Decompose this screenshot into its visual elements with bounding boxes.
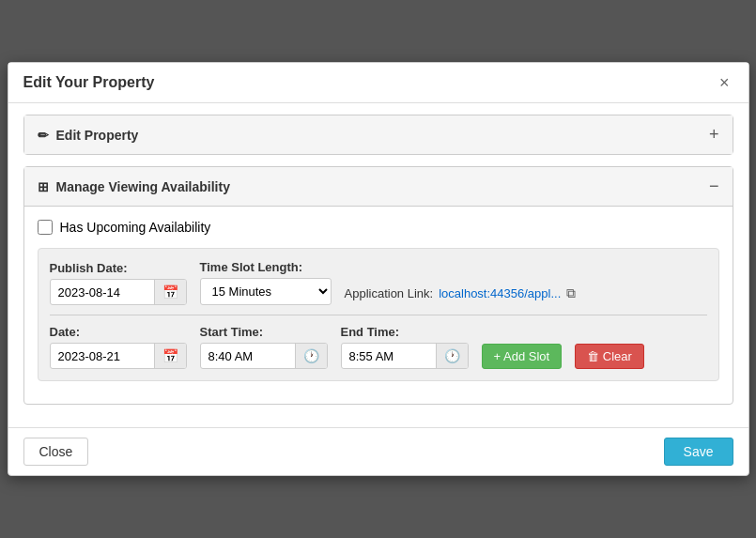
publish-date-calendar-button[interactable]: 📅: [154, 280, 186, 304]
clear-button[interactable]: 🗑 Clear: [575, 344, 644, 369]
trash-icon: 🗑: [587, 349, 599, 363]
end-time-clock-button[interactable]: 🕐: [436, 344, 468, 368]
slot-date-input[interactable]: [51, 345, 154, 368]
top-form-row: Publish Date: 📅 Time Slot: [50, 260, 707, 305]
publish-date-input-wrapper: 📅: [50, 279, 187, 305]
start-clock-icon: 🕐: [303, 348, 319, 363]
has-upcoming-availability-label: Has Upcoming Availability: [60, 220, 211, 235]
app-link-anchor[interactable]: localhost:44356/appl...: [439, 286, 561, 300]
save-button[interactable]: Save: [664, 438, 733, 466]
modal-close-button[interactable]: ×: [716, 74, 733, 91]
app-link-label: Application Link:: [345, 286, 434, 300]
clear-label: Clear: [603, 349, 632, 363]
edit-property-toggle[interactable]: +: [709, 125, 719, 145]
calendar-grid-icon: ⊞: [38, 179, 49, 194]
slot-date-label: Date:: [50, 325, 187, 339]
slot-date-input-wrapper: 📅: [50, 343, 187, 369]
time-slot-length-label: Time Slot Length:: [200, 260, 332, 274]
start-time-clock-button[interactable]: 🕐: [295, 344, 327, 368]
close-button[interactable]: Close: [23, 438, 89, 466]
slot-form-row: Date: 📅 Start Time:: [50, 325, 707, 369]
app-link-wrapper: Application Link: localhost:44356/appl..…: [345, 285, 577, 301]
publish-date-input[interactable]: [51, 281, 154, 304]
edit-property-header[interactable]: ✏ Edit Property +: [24, 115, 733, 154]
form-divider: [50, 315, 707, 315]
edit-property-panel: ✏ Edit Property +: [23, 115, 733, 155]
app-link-group: Application Link: localhost:44356/appl..…: [345, 285, 577, 305]
modal-body: ✏ Edit Property + ⊞ Manage Viewing Avail…: [8, 103, 748, 427]
manage-availability-header[interactable]: ⊞ Manage Viewing Availability −: [24, 167, 733, 207]
modal-header: Edit Your Property ×: [8, 63, 748, 103]
modal-dialog: Edit Your Property × ✏ Edit Property +: [8, 62, 749, 476]
modal-overlay: Edit Your Property × ✏ Edit Property +: [0, 0, 756, 538]
slot-date-group: Date: 📅: [50, 325, 187, 369]
calendar-icon: 📅: [162, 284, 178, 300]
start-time-input-wrapper: 🕐: [200, 343, 328, 369]
edit-icon: ✏: [38, 128, 49, 143]
start-time-group: Start Time: 🕐: [200, 325, 328, 369]
form-grid-top: Publish Date: 📅 Time Slot: [38, 248, 719, 381]
add-slot-button[interactable]: + Add Slot: [482, 344, 563, 369]
publish-date-group: Publish Date: 📅: [50, 261, 187, 305]
manage-availability-title: ⊞ Manage Viewing Availability: [38, 179, 230, 194]
slot-date-calendar-button[interactable]: 📅: [154, 344, 186, 368]
end-time-group: End Time: 🕐: [341, 325, 469, 369]
manage-availability-toggle[interactable]: −: [709, 177, 719, 196]
end-time-label: End Time:: [341, 325, 469, 339]
publish-date-label: Publish Date:: [50, 261, 187, 275]
time-slot-length-select[interactable]: 15 Minutes 30 Minutes 45 Minutes 60 Minu…: [200, 278, 332, 305]
end-clock-icon: 🕐: [444, 348, 460, 363]
manage-availability-panel: ⊞ Manage Viewing Availability − Has Upco…: [23, 166, 733, 405]
start-time-input[interactable]: [201, 345, 295, 368]
has-upcoming-availability-checkbox[interactable]: [38, 220, 53, 235]
slot-calendar-icon: 📅: [162, 348, 178, 363]
end-time-input[interactable]: [342, 345, 436, 368]
modal-title: Edit Your Property: [23, 74, 155, 91]
modal-footer: Close Save: [8, 427, 748, 475]
end-time-input-wrapper: 🕐: [341, 343, 469, 369]
time-slot-length-group: Time Slot Length: 15 Minutes 30 Minutes …: [200, 260, 332, 305]
start-time-label: Start Time:: [200, 325, 328, 339]
manage-availability-content: Has Upcoming Availability Publish Date:: [24, 207, 733, 404]
has-upcoming-availability-row: Has Upcoming Availability: [38, 220, 719, 235]
copy-link-icon[interactable]: ⧉: [566, 285, 576, 301]
edit-property-title: ✏ Edit Property: [38, 128, 139, 143]
